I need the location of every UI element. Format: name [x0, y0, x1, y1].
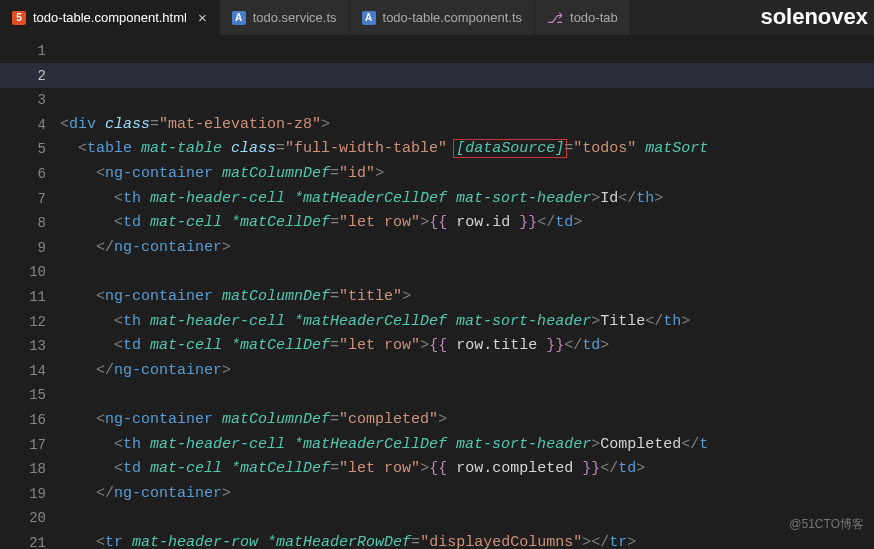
- close-icon[interactable]: ×: [198, 9, 207, 26]
- code-line[interactable]: </ng-container>: [60, 236, 874, 261]
- line-number: 11: [0, 285, 46, 310]
- line-number: 14: [0, 359, 46, 384]
- tab-3[interactable]: ⎇todo-tab: [535, 0, 631, 35]
- html-file-icon: 5: [12, 11, 26, 25]
- line-number: 6: [0, 162, 46, 187]
- watermark-top: solenovex: [760, 4, 868, 30]
- tab-2[interactable]: Atodo-table.component.ts: [350, 0, 535, 35]
- ts-file-icon: A: [362, 11, 376, 25]
- line-number: 13: [0, 334, 46, 359]
- line-number: 12: [0, 310, 46, 335]
- code-line[interactable]: <table mat-table class="full-width-table…: [60, 137, 874, 162]
- code-line[interactable]: <th mat-header-cell *matHeaderCellDef ma…: [60, 310, 874, 335]
- code-area[interactable]: <div class="mat-elevation-z8"> <table ma…: [60, 36, 874, 549]
- tab-0[interactable]: 5todo-table.component.html×: [0, 0, 220, 35]
- git-branch-icon: ⎇: [547, 10, 563, 26]
- line-number: 5: [0, 137, 46, 162]
- current-line-highlight: [0, 63, 874, 88]
- tab-1[interactable]: Atodo.service.ts: [220, 0, 350, 35]
- line-number: 10: [0, 260, 46, 285]
- editor-pane: 123456789101112131415161718192021 <div c…: [0, 36, 874, 549]
- watermark-bottom: @51CTO博客: [789, 516, 864, 533]
- code-line[interactable]: <ng-container matColumnDef="id">: [60, 162, 874, 187]
- ts-file-icon: A: [232, 11, 246, 25]
- tab-label: todo-tab: [570, 10, 618, 25]
- code-line[interactable]: <ng-container matColumnDef="completed">: [60, 408, 874, 433]
- line-number-gutter: 123456789101112131415161718192021: [0, 36, 60, 549]
- line-number: 7: [0, 187, 46, 212]
- code-line[interactable]: <tr mat-header-row *matHeaderRowDef="dis…: [60, 531, 874, 549]
- code-line[interactable]: </ng-container>: [60, 482, 874, 507]
- code-line[interactable]: [60, 506, 874, 531]
- line-number: 19: [0, 482, 46, 507]
- tab-label: todo.service.ts: [253, 10, 337, 25]
- line-number: 2: [0, 64, 46, 89]
- code-line[interactable]: <td mat-cell *matCellDef="let row">{{ ro…: [60, 211, 874, 236]
- tab-label: todo-table.component.ts: [383, 10, 522, 25]
- highlighted-attribute: [dataSource]: [453, 139, 567, 158]
- line-number: 15: [0, 383, 46, 408]
- line-number: 16: [0, 408, 46, 433]
- code-line[interactable]: </ng-container>: [60, 359, 874, 384]
- line-number: 3: [0, 88, 46, 113]
- line-number: 8: [0, 211, 46, 236]
- code-line[interactable]: <ng-container matColumnDef="title">: [60, 285, 874, 310]
- line-number: 18: [0, 457, 46, 482]
- line-number: 4: [0, 113, 46, 138]
- line-number: 21: [0, 531, 46, 549]
- code-line[interactable]: <th mat-header-cell *matHeaderCellDef ma…: [60, 187, 874, 212]
- code-line[interactable]: <td mat-cell *matCellDef="let row">{{ ro…: [60, 334, 874, 359]
- code-line[interactable]: [60, 260, 874, 285]
- line-number: 20: [0, 506, 46, 531]
- line-number: 9: [0, 236, 46, 261]
- tab-label: todo-table.component.html: [33, 10, 187, 25]
- tab-bar: 5todo-table.component.html×Atodo.service…: [0, 0, 874, 36]
- line-number: 17: [0, 433, 46, 458]
- code-line[interactable]: [60, 383, 874, 408]
- line-number: 1: [0, 39, 46, 64]
- code-line[interactable]: <div class="mat-elevation-z8">: [60, 113, 874, 138]
- code-line[interactable]: <td mat-cell *matCellDef="let row">{{ ro…: [60, 457, 874, 482]
- code-line[interactable]: <th mat-header-cell *matHeaderCellDef ma…: [60, 433, 874, 458]
